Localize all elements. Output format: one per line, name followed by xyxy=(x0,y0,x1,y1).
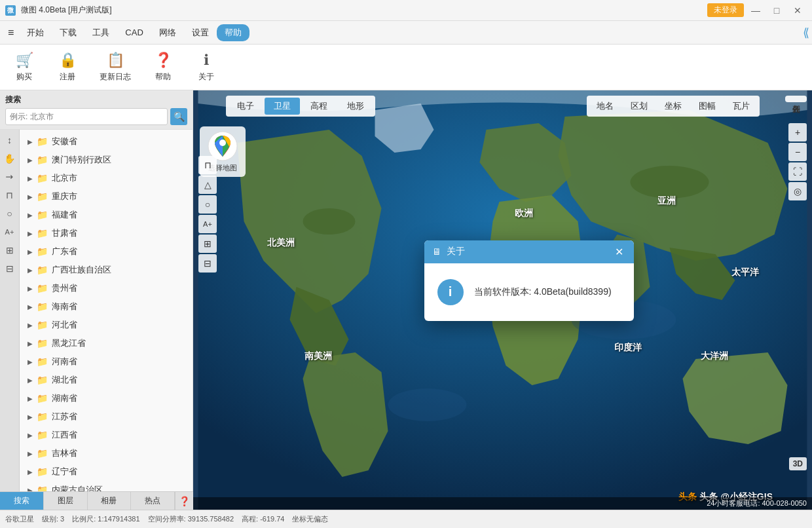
tree-arrow-icon: ▶ xyxy=(28,138,33,145)
hand-tool[interactable]: ✋ xyxy=(2,151,18,166)
register-button[interactable]: 🔒 注册 xyxy=(51,49,84,85)
tree-item[interactable]: ▶📁湖北省 xyxy=(20,371,193,389)
sidebar-content: ↕ ✋ ↗ ⊓ ○ A+ ⊞ ⊟ ▶📁安徽省▶📁澳门特别行政区▶📁北京市▶📁重庆… xyxy=(0,130,193,510)
layer-tool[interactable]: ⊟ xyxy=(2,261,18,276)
hamburger-menu[interactable]: ≡ xyxy=(3,24,19,41)
menu-network[interactable]: 网络 xyxy=(151,24,184,41)
tree-item-label: 澳门特别行政区 xyxy=(52,154,111,166)
tree-item-label: 江苏省 xyxy=(52,411,77,423)
tree-item[interactable]: ▶📁辽宁省 xyxy=(20,462,193,481)
about-label: 关于 xyxy=(198,71,214,83)
changelog-label: 更新日志 xyxy=(100,71,131,83)
tree-item[interactable]: ▶📁河北省 xyxy=(20,316,193,334)
tree-item-label: 福建省 xyxy=(52,209,77,221)
tree-item[interactable]: ▶📁河南省 xyxy=(20,352,193,371)
help-label: 帮助 xyxy=(155,71,171,83)
arrow-tool[interactable]: ↗ xyxy=(0,166,20,188)
menu-tools[interactable]: 工具 xyxy=(84,24,117,41)
tree-item[interactable]: ▶📁重庆市 xyxy=(20,187,193,206)
folder-icon: 📁 xyxy=(37,430,48,440)
tree-item[interactable]: ▶📁北京市 xyxy=(20,169,193,187)
status-scale: 比例尺: 1:147914381 xyxy=(72,514,139,524)
tree-item[interactable]: ▶📁福建省 xyxy=(20,206,193,224)
folder-icon: 📁 xyxy=(37,448,48,459)
help-button[interactable]: ❓ 帮助 xyxy=(147,49,179,85)
tree-item[interactable]: ▶📁广东省 xyxy=(20,242,193,261)
dialog-body: i 当前软件版本: 4.0Beta(build8399) xyxy=(424,263,634,321)
menu-download[interactable]: 下载 xyxy=(52,24,84,41)
tree-arrow-icon: ▶ xyxy=(28,322,33,329)
menu-start[interactable]: 开始 xyxy=(19,24,52,41)
tree-arrow-icon: ▶ xyxy=(28,395,33,402)
map-container[interactable]: 电子 卫星 高程 地形 地名 区划 坐标 图幅 瓦片 任务列表 选择地图 xyxy=(193,90,812,510)
changelog-icon: 📋 xyxy=(107,52,124,69)
folder-icon: 📁 xyxy=(37,191,48,202)
menu-cad[interactable]: CAD xyxy=(117,25,151,40)
folder-icon: 📁 xyxy=(37,136,48,147)
login-button[interactable]: 未登录 xyxy=(707,3,744,17)
tree-item[interactable]: ▶📁海南省 xyxy=(20,297,193,316)
folder-icon: 📁 xyxy=(37,246,48,257)
buy-icon: 🛒 xyxy=(16,52,33,69)
text-tool[interactable]: A+ xyxy=(2,224,18,240)
tree-item-label: 安徽省 xyxy=(52,136,77,147)
tree-arrow-icon: ▶ xyxy=(28,432,33,439)
tab-layers[interactable]: 图层 xyxy=(44,492,88,510)
folder-icon: 📁 xyxy=(37,155,48,165)
tree-item[interactable]: ▶📁湖南省 xyxy=(20,389,193,407)
folder-icon: 📁 xyxy=(37,375,48,385)
tree-item[interactable]: ▶📁澳门特别行政区 xyxy=(20,151,193,169)
select-tool[interactable]: ⊓ xyxy=(2,187,18,203)
title-text: 微图 4.0Beta [用户测试版] xyxy=(21,5,112,16)
tree-item[interactable]: ▶📁甘肃省 xyxy=(20,224,193,242)
folder-icon: 📁 xyxy=(37,283,48,293)
close-button[interactable]: ✕ xyxy=(788,3,807,18)
status-map-source: 谷歌卫星 xyxy=(5,514,34,524)
tree-item[interactable]: ▶📁江西省 xyxy=(20,426,193,444)
grid-tool[interactable]: ⊞ xyxy=(2,242,18,258)
menu-help[interactable]: 帮助 xyxy=(217,24,249,41)
folder-icon: 📁 xyxy=(37,265,48,275)
search-button[interactable]: 🔍 xyxy=(170,108,187,125)
register-icon: 🔒 xyxy=(59,52,77,69)
restore-button[interactable]: □ xyxy=(767,3,786,18)
tree-item[interactable]: ▶📁江苏省 xyxy=(20,407,193,426)
tree-item-label: 辽宁省 xyxy=(52,466,77,478)
search-input[interactable] xyxy=(5,108,168,125)
bottom-tabs: 搜索 图层 相册 热点 ❓ xyxy=(0,491,193,510)
menu-settings[interactable]: 设置 xyxy=(184,24,217,41)
collapse-arrow[interactable]: ⟪ xyxy=(803,26,809,40)
tree-item[interactable]: ▶📁吉林省 xyxy=(20,444,193,462)
tree-item[interactable]: ▶📁安徽省 xyxy=(20,132,193,151)
about-icon: ℹ xyxy=(204,52,209,69)
circle-tool[interactable]: ○ xyxy=(2,206,18,221)
tree-item[interactable]: ▶📁贵州省 xyxy=(20,279,193,297)
tree-item-label: 广西壮族自治区 xyxy=(52,264,111,276)
tree-item-label: 北京市 xyxy=(52,172,77,184)
main-content: 搜索 🔍 ↕ ✋ ↗ ⊓ ○ A+ ⊞ ⊟ ▶📁安徽省▶📁澳门特别行政区▶📁北京… xyxy=(0,90,812,510)
tab-search[interactable]: 搜索 xyxy=(0,492,44,510)
search-row: 🔍 xyxy=(5,108,187,125)
status-bar: 谷歌卫星 级别: 3 比例尺: 1:147914381 空间分辨率: 39135… xyxy=(0,510,812,528)
buy-button[interactable]: 🛒 购买 xyxy=(8,49,41,85)
tree-arrow-icon: ▶ xyxy=(28,303,33,311)
tab-hotspot[interactable]: 热点 xyxy=(131,492,175,510)
about-button[interactable]: ℹ 关于 xyxy=(190,49,223,85)
tree-arrow-icon: ▶ xyxy=(28,358,33,366)
title-bar-controls: 未登录 — □ ✕ xyxy=(707,3,807,18)
dialog-close-button[interactable]: ✕ xyxy=(612,246,626,258)
minimize-button[interactable]: — xyxy=(747,3,765,18)
changelog-button[interactable]: 📋 更新日志 xyxy=(94,49,136,85)
pan-tool[interactable]: ↕ xyxy=(2,132,18,148)
tree-item-label: 黑龙江省 xyxy=(52,337,86,349)
folder-icon: 📁 xyxy=(37,356,48,367)
tree-item-label: 湖北省 xyxy=(52,374,77,386)
region-tree: ▶📁安徽省▶📁澳门特别行政区▶📁北京市▶📁重庆市▶📁福建省▶📁甘肃省▶📁广东省▶… xyxy=(20,130,193,510)
tree-item-label: 重庆市 xyxy=(52,191,77,202)
help-bottom-button[interactable]: ❓ xyxy=(175,492,193,510)
tree-arrow-icon: ▶ xyxy=(28,285,33,292)
tab-album[interactable]: 相册 xyxy=(88,492,132,510)
tree-item[interactable]: ▶📁广西壮族自治区 xyxy=(20,261,193,279)
sidebar: 搜索 🔍 ↕ ✋ ↗ ⊓ ○ A+ ⊞ ⊟ ▶📁安徽省▶📁澳门特别行政区▶📁北京… xyxy=(0,90,193,510)
tree-item[interactable]: ▶📁黑龙江省 xyxy=(20,334,193,352)
